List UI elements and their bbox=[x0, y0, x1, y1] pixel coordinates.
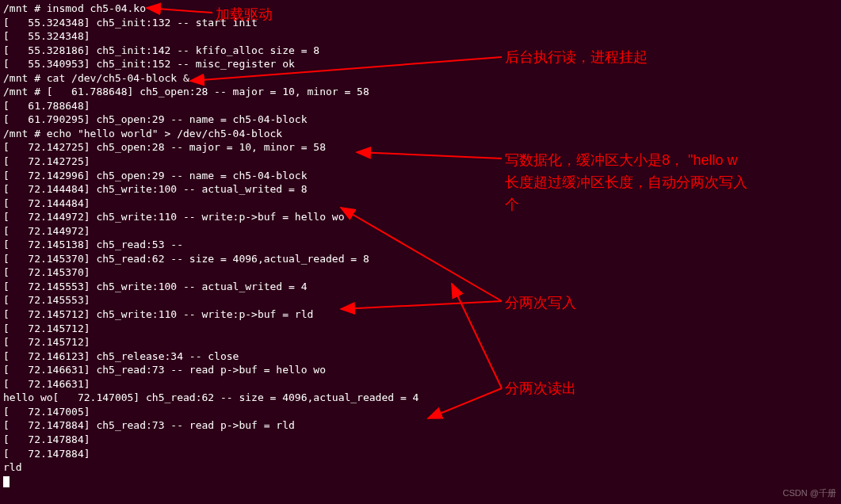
terminal-line: [ 55.340953] ch5_init:152 -- misc_regist… bbox=[3, 57, 838, 71]
terminal-line: /mnt # [ 61.788648] ch5_open:28 -- major… bbox=[3, 85, 838, 99]
terminal-line: [ 72.145712] bbox=[3, 335, 838, 349]
terminal-line: [ 61.790295] ch5_open:29 -- name = ch5-0… bbox=[3, 113, 838, 127]
terminal-line: hello wo[ 72.147005] ch5_read:62 -- size… bbox=[3, 391, 838, 405]
terminal-line: [ 72.146123] ch5_release:34 -- close bbox=[3, 349, 838, 364]
annotation-two-writes: 分两次写入 bbox=[505, 293, 576, 312]
terminal-line: [ 72.147884] bbox=[3, 433, 838, 447]
annotation-two-reads: 分两次读出 bbox=[505, 379, 576, 398]
annotation-write-data-3: 个 bbox=[505, 195, 519, 214]
watermark: CSDN @千册 bbox=[783, 487, 836, 499]
annotation-load-driver: 加载驱动 bbox=[216, 5, 273, 24]
terminal-line: [ 72.144484] bbox=[3, 197, 838, 211]
terminal-line: [ 72.147884] ch5_read:73 -- read p->buf … bbox=[3, 418, 838, 433]
terminal-line: /mnt # cat /dev/ch5-04-block & bbox=[3, 71, 838, 86]
terminal-line: [ 72.145370] bbox=[3, 265, 838, 280]
terminal-line: [ 55.324348] ch5_init:132 -- start init bbox=[3, 16, 838, 30]
annotation-write-data-2: 长度超过缓冲区长度，自动分两次写入 bbox=[505, 173, 747, 192]
terminal-line: [ 72.145553] ch5_write:100 -- actual_wri… bbox=[3, 280, 838, 294]
terminal-line: [ 72.146631] bbox=[3, 377, 838, 391]
terminal-line: [ 72.147005] bbox=[3, 405, 838, 419]
terminal-output: /mnt # insmod ch5-04.ko [ 55.324348] ch5… bbox=[0, 0, 841, 490]
cursor-icon bbox=[3, 476, 10, 487]
terminal-line: /mnt # echo "hello world" > /dev/ch5-04-… bbox=[3, 127, 838, 141]
terminal-line: [ 72.145553] bbox=[3, 293, 838, 307]
terminal-line: [ 72.147884] bbox=[3, 447, 838, 461]
annotation-write-data-1: 写数据化，缓冲区大小是8， "hello w bbox=[505, 151, 737, 170]
terminal-line: rld bbox=[3, 460, 838, 475]
terminal-line: [ 61.788648] bbox=[3, 99, 838, 113]
terminal-line: [ 72.144972] bbox=[3, 224, 838, 239]
terminal-line: [ 72.145138] ch5_read:53 -- bbox=[3, 238, 838, 252]
terminal-line: [ 55.328186] ch5_init:142 -- kfifo_alloc… bbox=[3, 44, 838, 58]
terminal-line: [ 72.144972] ch5_write:110 -- write:p->b… bbox=[3, 210, 838, 224]
terminal-line: [ 72.145712] bbox=[3, 322, 838, 336]
annotation-background-read: 后台执行读，进程挂起 bbox=[505, 48, 648, 67]
terminal-line: [ 55.324348] bbox=[3, 29, 838, 44]
terminal-line: [ 72.145712] ch5_write:110 -- write:p->b… bbox=[3, 307, 838, 322]
terminal-line: [ 72.146631] ch5_read:73 -- read p->buf … bbox=[3, 363, 838, 377]
terminal-line bbox=[3, 475, 838, 489]
terminal-line: /mnt # insmod ch5-04.ko bbox=[3, 2, 838, 16]
terminal-line: [ 72.145370] ch5_read:62 -- size = 4096,… bbox=[3, 252, 838, 266]
